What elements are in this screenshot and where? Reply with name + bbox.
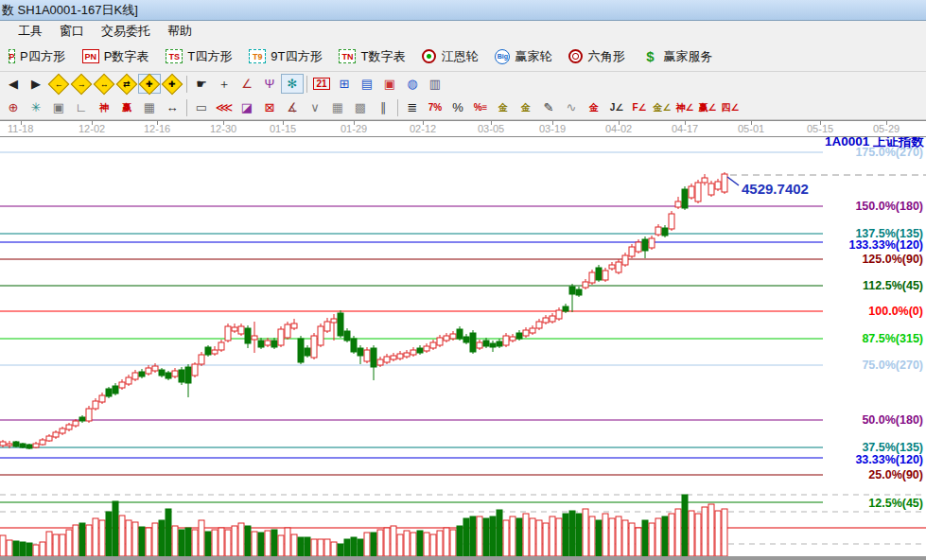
grid-a-icon[interactable]: ▦ — [326, 97, 349, 117]
plugin-p-square[interactable]: PP四方形 — [0, 44, 74, 69]
v-lines-icon[interactable]: ∨ — [304, 97, 326, 117]
calculator-icon[interactable]: ⊞ — [333, 74, 356, 94]
pan-hand-icon[interactable]: ☛ — [190, 74, 213, 94]
price-grid-icon[interactable]: ▦ — [138, 97, 161, 117]
wave-icon[interactable]: ∿ — [560, 97, 583, 117]
gold-lines-icon[interactable]: 金 — [515, 97, 537, 117]
steps-icon[interactable]: ≣ — [401, 97, 424, 117]
plugin-p-number-table[interactable]: PNP数字表 — [74, 44, 158, 69]
menu-item-3[interactable]: 帮助 — [159, 21, 201, 42]
volume-bar — [7, 540, 12, 556]
scroll-right-icon[interactable]: → — [70, 74, 93, 94]
volume-bar — [338, 544, 343, 556]
gann-fan-icon[interactable]: ⋘ — [213, 97, 236, 117]
zoom-out-icon[interactable]: ↔ — [93, 74, 115, 94]
menu-item-0[interactable]: 工具 — [9, 21, 51, 42]
candle-body — [636, 242, 641, 252]
angle-j-icon[interactable]: J∠ — [605, 97, 628, 117]
percent-line-icon[interactable]: 7% — [424, 97, 446, 117]
plugin-t-square[interactable]: TST四方形 — [157, 44, 240, 69]
calendar-icon[interactable]: 21 — [310, 74, 333, 94]
volume-bar — [0, 535, 6, 556]
brush-icon[interactable]: ✎ — [537, 97, 560, 117]
menu-item-1[interactable]: 窗口 — [51, 21, 93, 42]
plugin-label: 江恩轮 — [441, 48, 478, 65]
percent-levels-icon[interactable]: %≡ — [469, 97, 492, 117]
candle-body — [556, 310, 562, 319]
print-icon[interactable]: ▥ — [424, 74, 446, 94]
candle-body — [86, 409, 92, 421]
save-icon[interactable]: ▣ — [378, 74, 401, 94]
back-icon[interactable]: ◀ — [2, 74, 25, 94]
arrow-fan-icon[interactable]: ∡ — [281, 97, 304, 117]
menu-item-2[interactable]: 交易委托 — [93, 21, 159, 42]
candle-body — [212, 350, 218, 354]
candle-body — [543, 318, 549, 323]
angle-gold-icon[interactable]: 金∠ — [651, 97, 673, 117]
angle-ying-icon[interactable]: 赢∠ — [696, 97, 719, 117]
web-export-icon[interactable]: ◍ — [401, 74, 424, 94]
grid-b-icon[interactable]: ▩ — [349, 97, 372, 117]
date-tick — [685, 121, 686, 125]
volume-bar — [550, 516, 555, 556]
percent-icon[interactable]: % — [446, 97, 469, 117]
gann-square-icon[interactable]: ▣ — [47, 97, 70, 117]
plugin-label: 赢家轮 — [515, 48, 551, 65]
plugin-hexagon[interactable]: 六角形 — [560, 44, 633, 69]
ying-tool-icon[interactable]: 赢 — [115, 97, 138, 117]
gann-star-icon[interactable]: ✳ — [25, 97, 47, 117]
pitchfork-icon[interactable]: Ψ — [258, 74, 281, 94]
plugin-winner-service[interactable]: $赢家服务 — [633, 44, 721, 69]
volume-bar — [404, 531, 410, 556]
forward-icon[interactable]: ▶ — [25, 74, 47, 94]
shen-tool-icon[interactable]: 神 — [93, 97, 115, 117]
volume-bar — [642, 520, 648, 556]
angle-marks-icon[interactable]: ∟ — [70, 97, 93, 117]
volume-bar — [73, 525, 79, 556]
plugin-label: T四方形 — [187, 48, 232, 65]
volume-bar — [271, 530, 277, 556]
candle-body — [265, 341, 271, 345]
scroll-left-icon[interactable]: ← — [47, 74, 70, 94]
fit-all-icon[interactable]: ✚ — [138, 74, 161, 94]
parallel-lines-icon[interactable]: ∥ — [372, 97, 394, 117]
gann-circle-icon[interactable]: ⊕ — [2, 97, 25, 117]
big-wheel-icon: Big — [495, 49, 510, 64]
candle-body — [655, 227, 661, 235]
gann-level-label: 125.0%(90) — [862, 253, 923, 266]
volume-bar — [503, 520, 509, 556]
volume-bar — [205, 532, 211, 556]
candle-body — [0, 442, 6, 446]
restore-view-icon[interactable]: ✚ — [161, 74, 183, 94]
plugin-9t-square[interactable]: T99T四方形 — [240, 44, 330, 69]
rect-tool-icon[interactable]: ▭ — [190, 97, 213, 117]
date-tick — [491, 121, 492, 125]
candle-body — [430, 342, 436, 348]
angle-shen-icon[interactable]: 神∠ — [673, 97, 696, 117]
cross-box-icon[interactable]: ⊠ — [258, 97, 281, 117]
cycle-tool-icon[interactable]: ✻ — [281, 74, 304, 94]
fan-box-icon[interactable]: ◪ — [236, 97, 258, 117]
trend-angle-icon[interactable]: ∠ — [236, 74, 258, 94]
volume-bar — [252, 532, 257, 556]
crosshair-icon[interactable]: ＋ — [213, 74, 236, 94]
gold-coin-icon[interactable]: 金 — [492, 97, 515, 117]
kline-chart-svg[interactable]: 175.0%(270)150.0%(180)137.5%(135)133.33%… — [0, 137, 926, 560]
plugin-winner-wheel[interactable]: Big赢家轮 — [486, 44, 560, 69]
zoom-in-icon[interactable]: ⇄ — [115, 74, 138, 94]
gann-level-label: 33.33%(120) — [855, 453, 923, 466]
volume-bar — [152, 523, 158, 556]
report-icon[interactable]: ▤ — [356, 74, 378, 94]
volume-bar — [192, 530, 198, 556]
plugin-t-number-table[interactable]: TNT数字表 — [330, 44, 413, 69]
volume-bar — [311, 539, 317, 556]
angle-si-icon[interactable]: 四∠ — [719, 97, 742, 117]
plugin-gann-wheel[interactable]: 江恩轮 — [413, 44, 486, 69]
gann-level-label: 37.5%(135) — [862, 441, 923, 454]
volume-bar — [457, 526, 463, 556]
width-measure-icon[interactable]: ↔ — [161, 97, 183, 117]
angle-f-icon[interactable]: F∠ — [628, 97, 651, 117]
gold-red-icon[interactable]: 金 — [583, 97, 605, 117]
pn-box-icon: PN — [82, 49, 99, 63]
chart-area[interactable]: 175.0%(270)150.0%(180)137.5%(135)133.33%… — [0, 137, 926, 560]
